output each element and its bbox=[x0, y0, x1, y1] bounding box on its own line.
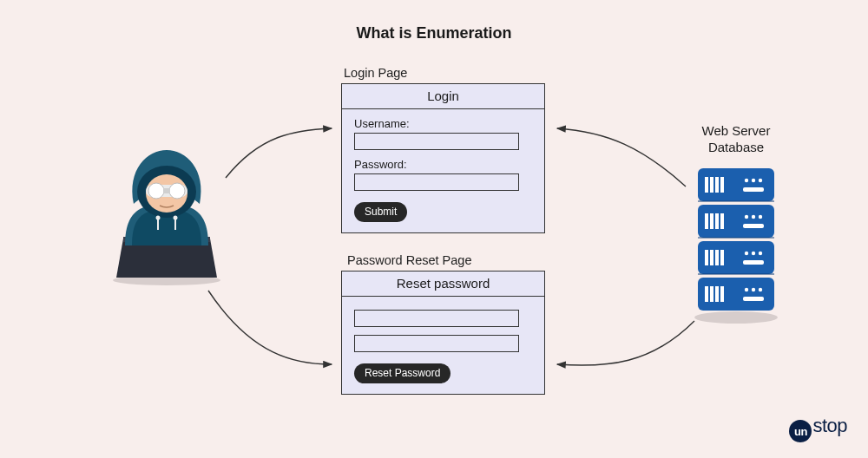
svg-point-46 bbox=[752, 288, 755, 291]
svg-rect-13 bbox=[698, 168, 774, 201]
svg-point-12 bbox=[694, 311, 778, 324]
hacker-icon bbox=[104, 143, 230, 290]
reset-header: Reset password bbox=[342, 272, 544, 297]
submit-button[interactable]: Submit bbox=[354, 202, 407, 222]
username-input[interactable] bbox=[354, 133, 519, 150]
brand-circle: un bbox=[789, 420, 812, 442]
brand-logo: unstop bbox=[789, 415, 847, 443]
svg-rect-28 bbox=[720, 213, 724, 229]
svg-point-39 bbox=[759, 252, 762, 255]
svg-rect-27 bbox=[715, 213, 719, 229]
svg-rect-15 bbox=[698, 241, 774, 274]
svg-point-23 bbox=[759, 179, 762, 182]
svg-rect-41 bbox=[705, 286, 708, 302]
reset-field-1[interactable] bbox=[354, 310, 519, 327]
svg-rect-20 bbox=[720, 177, 724, 193]
reset-panel-label: Password Reset Page bbox=[347, 253, 471, 267]
svg-point-37 bbox=[745, 252, 748, 255]
reset-panel: Reset password Reset Password bbox=[341, 271, 545, 395]
svg-point-29 bbox=[745, 215, 748, 219]
svg-rect-36 bbox=[720, 250, 724, 265]
svg-rect-33 bbox=[705, 250, 708, 265]
password-label: Password: bbox=[354, 158, 532, 171]
login-header: Login bbox=[342, 84, 544, 109]
password-input[interactable] bbox=[354, 173, 519, 191]
svg-rect-32 bbox=[743, 224, 764, 228]
svg-rect-42 bbox=[710, 286, 713, 302]
brand-rest: stop bbox=[812, 415, 847, 436]
svg-point-5 bbox=[148, 183, 164, 199]
svg-rect-19 bbox=[715, 177, 719, 193]
svg-rect-26 bbox=[710, 213, 713, 229]
login-panel-label: Login Page bbox=[344, 66, 407, 80]
svg-rect-25 bbox=[705, 213, 708, 229]
server-label: Web Server Database bbox=[684, 123, 788, 156]
svg-rect-16 bbox=[698, 278, 774, 311]
svg-rect-44 bbox=[720, 286, 724, 302]
svg-rect-40 bbox=[743, 260, 764, 265]
svg-rect-24 bbox=[743, 187, 764, 192]
svg-rect-17 bbox=[705, 177, 708, 193]
svg-point-6 bbox=[169, 183, 185, 199]
svg-rect-14 bbox=[698, 205, 774, 238]
reset-field-2[interactable] bbox=[354, 335, 519, 352]
username-label: Username: bbox=[354, 117, 532, 130]
svg-rect-35 bbox=[715, 250, 719, 265]
svg-rect-7 bbox=[163, 188, 170, 193]
svg-rect-34 bbox=[710, 250, 713, 265]
svg-point-22 bbox=[752, 179, 755, 182]
svg-point-21 bbox=[745, 179, 748, 182]
svg-rect-18 bbox=[710, 177, 713, 193]
login-panel: Login Username: Password: Submit bbox=[341, 83, 545, 233]
svg-point-31 bbox=[759, 215, 762, 219]
svg-point-45 bbox=[745, 288, 748, 291]
server-rack-icon bbox=[694, 165, 781, 329]
svg-rect-48 bbox=[743, 297, 764, 301]
diagram-title: What is Enumeration bbox=[0, 24, 868, 43]
svg-point-30 bbox=[752, 215, 755, 219]
svg-rect-43 bbox=[715, 286, 719, 302]
svg-point-38 bbox=[752, 252, 755, 255]
reset-password-button[interactable]: Reset Password bbox=[354, 363, 450, 383]
svg-point-47 bbox=[759, 288, 762, 291]
